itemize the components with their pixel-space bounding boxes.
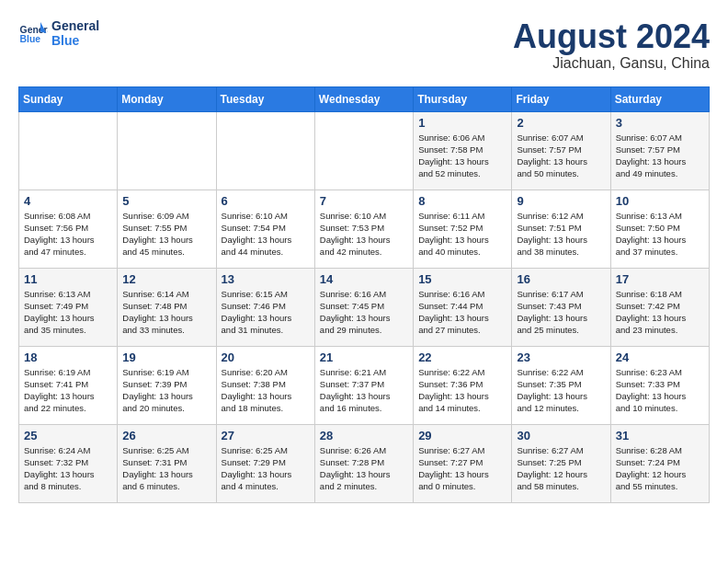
calendar-cell: 28Sunrise: 6:26 AM Sunset: 7:28 PM Dayli… xyxy=(314,424,413,502)
logo-icon: General Blue xyxy=(18,18,48,48)
day-info: Sunrise: 6:27 AM Sunset: 7:27 PM Dayligh… xyxy=(418,444,506,493)
week-row-4: 25Sunrise: 6:24 AM Sunset: 7:32 PM Dayli… xyxy=(19,424,710,502)
week-row-3: 18Sunrise: 6:19 AM Sunset: 7:41 PM Dayli… xyxy=(19,346,710,424)
calendar-cell: 21Sunrise: 6:21 AM Sunset: 7:37 PM Dayli… xyxy=(314,346,413,424)
day-number: 19 xyxy=(122,350,210,364)
svg-text:Blue: Blue xyxy=(20,34,41,44)
calendar-cell: 24Sunrise: 6:23 AM Sunset: 7:33 PM Dayli… xyxy=(610,346,709,424)
day-number: 25 xyxy=(24,429,112,442)
day-info: Sunrise: 6:08 AM Sunset: 7:56 PM Dayligh… xyxy=(24,210,112,259)
day-info: Sunrise: 6:07 AM Sunset: 7:57 PM Dayligh… xyxy=(517,132,605,180)
calendar-cell: 26Sunrise: 6:25 AM Sunset: 7:31 PM Dayli… xyxy=(118,424,216,502)
day-info: Sunrise: 6:15 AM Sunset: 7:46 PM Dayligh… xyxy=(222,288,310,337)
title-block: August 2024 Jiachuan, Gansu, China xyxy=(513,18,710,72)
day-info: Sunrise: 6:13 AM Sunset: 7:50 PM Dayligh… xyxy=(616,210,704,259)
calendar-cell: 25Sunrise: 6:24 AM Sunset: 7:32 PM Dayli… xyxy=(19,424,118,502)
calendar-header: SundayMondayTuesdayWednesdayThursdayFrid… xyxy=(19,86,710,111)
day-number: 10 xyxy=(616,194,704,208)
logo: General Blue General Blue xyxy=(18,18,99,48)
day-number: 21 xyxy=(320,350,408,364)
calendar-cell: 1Sunrise: 6:06 AM Sunset: 7:58 PM Daylig… xyxy=(414,111,512,190)
day-number: 6 xyxy=(222,194,310,208)
calendar-cell: 19Sunrise: 6:19 AM Sunset: 7:39 PM Dayli… xyxy=(118,346,216,424)
calendar-body: 1Sunrise: 6:06 AM Sunset: 7:58 PM Daylig… xyxy=(19,111,710,502)
day-number: 15 xyxy=(418,272,506,286)
weekday-header-tuesday: Tuesday xyxy=(216,86,314,111)
calendar-cell xyxy=(216,111,314,190)
day-info: Sunrise: 6:22 AM Sunset: 7:35 PM Dayligh… xyxy=(517,366,605,415)
day-number: 9 xyxy=(517,194,605,208)
day-info: Sunrise: 6:20 AM Sunset: 7:38 PM Dayligh… xyxy=(222,366,310,415)
weekday-header-sunday: Sunday xyxy=(19,86,118,111)
weekday-header-saturday: Saturday xyxy=(610,86,709,111)
day-number: 23 xyxy=(517,350,605,364)
day-info: Sunrise: 6:12 AM Sunset: 7:51 PM Dayligh… xyxy=(517,210,605,259)
calendar-cell: 8Sunrise: 6:11 AM Sunset: 7:52 PM Daylig… xyxy=(414,190,512,268)
calendar-cell: 16Sunrise: 6:17 AM Sunset: 7:43 PM Dayli… xyxy=(512,268,610,346)
calendar-cell: 7Sunrise: 6:10 AM Sunset: 7:53 PM Daylig… xyxy=(314,190,413,268)
calendar-cell: 18Sunrise: 6:19 AM Sunset: 7:41 PM Dayli… xyxy=(19,346,118,424)
page-header: General Blue General Blue August 2024 Ji… xyxy=(18,18,710,72)
calendar-cell xyxy=(118,111,216,190)
day-number: 29 xyxy=(418,429,506,442)
header-row: SundayMondayTuesdayWednesdayThursdayFrid… xyxy=(19,86,710,111)
day-info: Sunrise: 6:24 AM Sunset: 7:32 PM Dayligh… xyxy=(24,444,112,493)
calendar-cell xyxy=(314,111,413,190)
calendar-cell: 10Sunrise: 6:13 AM Sunset: 7:50 PM Dayli… xyxy=(610,190,709,268)
calendar-cell xyxy=(19,111,118,190)
calendar-cell: 30Sunrise: 6:27 AM Sunset: 7:25 PM Dayli… xyxy=(512,424,610,502)
day-number: 4 xyxy=(24,194,112,208)
calendar-cell: 22Sunrise: 6:22 AM Sunset: 7:36 PM Dayli… xyxy=(414,346,512,424)
day-number: 3 xyxy=(616,116,704,130)
day-info: Sunrise: 6:19 AM Sunset: 7:39 PM Dayligh… xyxy=(122,366,210,415)
calendar-cell: 6Sunrise: 6:10 AM Sunset: 7:54 PM Daylig… xyxy=(216,190,314,268)
day-info: Sunrise: 6:09 AM Sunset: 7:55 PM Dayligh… xyxy=(122,210,210,259)
day-number: 18 xyxy=(24,350,112,364)
calendar-cell: 31Sunrise: 6:28 AM Sunset: 7:24 PM Dayli… xyxy=(610,424,709,502)
day-info: Sunrise: 6:10 AM Sunset: 7:54 PM Dayligh… xyxy=(222,210,310,259)
calendar-cell: 12Sunrise: 6:14 AM Sunset: 7:48 PM Dayli… xyxy=(118,268,216,346)
day-number: 11 xyxy=(24,272,112,286)
day-info: Sunrise: 6:28 AM Sunset: 7:24 PM Dayligh… xyxy=(616,444,704,493)
day-number: 8 xyxy=(418,194,506,208)
day-info: Sunrise: 6:26 AM Sunset: 7:28 PM Dayligh… xyxy=(320,444,408,493)
weekday-header-thursday: Thursday xyxy=(414,86,512,111)
calendar-cell: 29Sunrise: 6:27 AM Sunset: 7:27 PM Dayli… xyxy=(414,424,512,502)
week-row-2: 11Sunrise: 6:13 AM Sunset: 7:49 PM Dayli… xyxy=(19,268,710,346)
calendar-table: SundayMondayTuesdayWednesdayThursdayFrid… xyxy=(18,86,710,503)
day-number: 24 xyxy=(616,350,704,364)
day-number: 31 xyxy=(616,429,704,442)
day-number: 28 xyxy=(320,429,408,442)
day-info: Sunrise: 6:13 AM Sunset: 7:49 PM Dayligh… xyxy=(24,288,112,337)
calendar-cell: 3Sunrise: 6:07 AM Sunset: 7:57 PM Daylig… xyxy=(610,111,709,190)
weekday-header-friday: Friday xyxy=(512,86,610,111)
calendar-cell: 9Sunrise: 6:12 AM Sunset: 7:51 PM Daylig… xyxy=(512,190,610,268)
week-row-1: 4Sunrise: 6:08 AM Sunset: 7:56 PM Daylig… xyxy=(19,190,710,268)
calendar-cell: 15Sunrise: 6:16 AM Sunset: 7:44 PM Dayli… xyxy=(414,268,512,346)
day-info: Sunrise: 6:25 AM Sunset: 7:31 PM Dayligh… xyxy=(122,444,210,493)
day-info: Sunrise: 6:22 AM Sunset: 7:36 PM Dayligh… xyxy=(418,366,506,415)
day-info: Sunrise: 6:16 AM Sunset: 7:45 PM Dayligh… xyxy=(320,288,408,337)
day-number: 16 xyxy=(517,272,605,286)
day-info: Sunrise: 6:23 AM Sunset: 7:33 PM Dayligh… xyxy=(616,366,704,415)
day-number: 7 xyxy=(320,194,408,208)
day-info: Sunrise: 6:27 AM Sunset: 7:25 PM Dayligh… xyxy=(517,444,605,493)
day-info: Sunrise: 6:21 AM Sunset: 7:37 PM Dayligh… xyxy=(320,366,408,415)
week-row-0: 1Sunrise: 6:06 AM Sunset: 7:58 PM Daylig… xyxy=(19,111,710,190)
day-info: Sunrise: 6:11 AM Sunset: 7:52 PM Dayligh… xyxy=(418,210,506,259)
day-info: Sunrise: 6:19 AM Sunset: 7:41 PM Dayligh… xyxy=(24,366,112,415)
day-number: 26 xyxy=(122,429,210,442)
day-number: 27 xyxy=(222,429,310,442)
day-number: 5 xyxy=(122,194,210,208)
calendar-cell: 17Sunrise: 6:18 AM Sunset: 7:42 PM Dayli… xyxy=(610,268,709,346)
location-subtitle: Jiachuan, Gansu, China xyxy=(513,55,710,72)
day-info: Sunrise: 6:16 AM Sunset: 7:44 PM Dayligh… xyxy=(418,288,506,337)
day-number: 22 xyxy=(418,350,506,364)
day-info: Sunrise: 6:14 AM Sunset: 7:48 PM Dayligh… xyxy=(122,288,210,337)
day-number: 2 xyxy=(517,116,605,130)
day-number: 12 xyxy=(122,272,210,286)
day-number: 14 xyxy=(320,272,408,286)
day-number: 13 xyxy=(222,272,310,286)
day-info: Sunrise: 6:07 AM Sunset: 7:57 PM Dayligh… xyxy=(616,132,704,180)
month-year-title: August 2024 xyxy=(513,18,710,55)
